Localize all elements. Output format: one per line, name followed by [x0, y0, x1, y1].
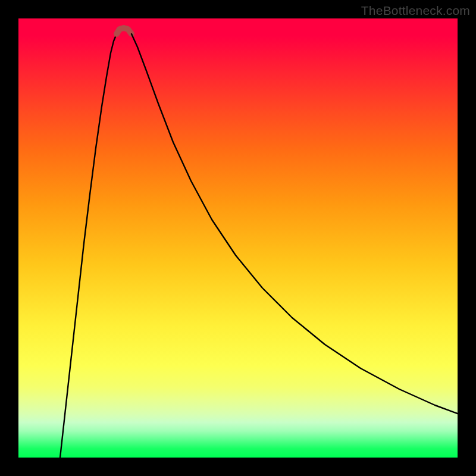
chart-frame: TheBottleneck.com: [0, 0, 476, 476]
series-left-branch: [60, 34, 117, 458]
plot-area: [18, 18, 458, 458]
watermark-text: TheBottleneck.com: [361, 4, 470, 18]
curve-layer: [18, 18, 458, 458]
series-right-branch: [131, 34, 458, 414]
series-notch: [117, 28, 131, 34]
